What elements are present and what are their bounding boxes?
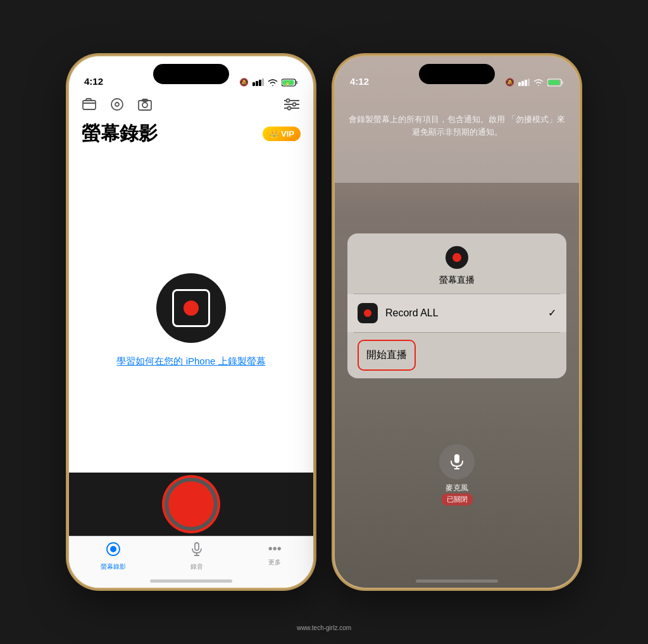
tab-audio[interactable]: 錄音 xyxy=(189,542,204,571)
modal-divider-2 xyxy=(354,332,560,333)
signal-icon-2 xyxy=(518,78,530,86)
wifi-icon-2 xyxy=(533,78,544,86)
big-record-button[interactable] xyxy=(168,481,214,527)
svg-point-19 xyxy=(288,107,291,110)
tab-more-label: 更多 xyxy=(268,558,281,567)
record-bar xyxy=(69,473,313,536)
record-icon-inner xyxy=(172,289,210,327)
home-indicator-1 xyxy=(150,579,232,583)
description-content: 會錄製螢幕上的所有項目，包含通知。啟用 「勿擾模式」來避免顯示非預期的通知。 xyxy=(349,115,565,137)
start-broadcast-button[interactable]: 開始直播 xyxy=(358,340,416,371)
svg-point-21 xyxy=(110,546,116,552)
svg-point-18 xyxy=(293,103,296,106)
status-icons-1: 🔕 ⚡ xyxy=(239,78,298,87)
battery-icon: ⚡ xyxy=(282,78,298,87)
time-1: 4:12 xyxy=(84,76,103,87)
mic-status-badge: 已關閉 xyxy=(442,493,473,505)
mic-label: 麥克風 xyxy=(442,483,473,493)
wifi-icon xyxy=(268,78,278,86)
app-title: 螢幕錄影 xyxy=(82,121,158,147)
app-title-row: 螢幕錄影 👑 VIP xyxy=(82,121,301,147)
modal-popup: 螢幕直播 Record ALL ✓ 開始直播 xyxy=(347,233,566,378)
svg-rect-30 xyxy=(562,81,564,84)
watermark: www.tech-girlz.com xyxy=(297,624,351,631)
svg-rect-22 xyxy=(195,543,199,550)
mute-icon: 🔕 xyxy=(239,78,249,87)
toolbar-left-icons xyxy=(82,97,153,116)
mic-bottom: 麥克風 已關閉 xyxy=(439,444,475,505)
mute-icon-2: 🔕 xyxy=(505,78,514,87)
tab-more[interactable]: ••• 更多 xyxy=(268,542,282,567)
signal-icon xyxy=(252,78,264,86)
crown-icon: 👑 xyxy=(269,129,279,139)
tab-more-icon: ••• xyxy=(268,542,282,556)
main-content: 學習如何在您的 iPhone 上錄製螢幕 xyxy=(69,154,313,486)
screen-live-dot xyxy=(452,253,461,262)
dynamic-island-2 xyxy=(419,64,495,84)
svg-rect-8 xyxy=(83,101,96,109)
svg-rect-3 xyxy=(262,78,264,86)
description-text: 會錄製螢幕上的所有項目，包含通知。啟用 「勿擾模式」來避免顯示非預期的通知。 xyxy=(347,113,566,138)
dynamic-island-1 xyxy=(153,64,229,84)
phone-2: 4:12 🔕 會錄製螢幕上的所有項目，包含通知。啟用 「勿擾模式」來避免顯 xyxy=(333,55,580,589)
status-icons-2: 🔕 xyxy=(505,78,564,87)
app-header: 螢幕錄影 👑 VIP xyxy=(69,92,313,154)
mic-circle[interactable] xyxy=(439,444,475,480)
svg-point-10 xyxy=(115,102,119,106)
svg-rect-31 xyxy=(549,80,560,85)
tab-audio-label: 錄音 xyxy=(190,562,203,571)
sliders-icon[interactable] xyxy=(283,97,301,116)
svg-rect-2 xyxy=(259,80,261,86)
svg-rect-1 xyxy=(256,81,258,86)
tab-screen-record-icon xyxy=(106,542,121,560)
record-app-icon xyxy=(358,303,378,323)
tab-screen-record[interactable]: 螢幕錄影 xyxy=(101,542,126,571)
settings-circle-icon[interactable] xyxy=(109,97,125,116)
battery-icon-2 xyxy=(547,78,564,87)
svg-rect-25 xyxy=(518,82,521,86)
svg-rect-27 xyxy=(525,80,527,86)
record-option-row[interactable]: Record ALL ✓ xyxy=(347,294,566,332)
svg-point-12 xyxy=(142,102,147,108)
svg-rect-0 xyxy=(252,82,255,86)
vip-badge[interactable]: 👑 VIP xyxy=(263,127,301,141)
svg-rect-32 xyxy=(454,454,459,463)
folder-icon[interactable] xyxy=(82,97,97,116)
svg-point-9 xyxy=(111,99,123,110)
app-toolbar xyxy=(82,97,301,116)
tab-screen-record-label: 螢幕錄影 xyxy=(101,562,126,571)
learn-link[interactable]: 學習如何在您的 iPhone 上錄製螢幕 xyxy=(104,356,278,368)
svg-rect-26 xyxy=(521,81,524,86)
svg-rect-5 xyxy=(296,81,298,84)
mic-info: 麥克風 已關閉 xyxy=(442,483,473,505)
phone-1: 4:12 🔕 ⚡ xyxy=(68,55,315,589)
svg-text:⚡: ⚡ xyxy=(285,81,290,87)
watermark-text: www.tech-girlz.com xyxy=(297,624,351,631)
tab-audio-icon xyxy=(189,542,204,560)
screen-live-icon xyxy=(446,246,468,269)
check-mark: ✓ xyxy=(548,307,556,319)
svg-rect-28 xyxy=(528,78,530,86)
record-dot xyxy=(184,300,199,316)
time-2: 4:12 xyxy=(350,76,369,87)
camera-icon[interactable] xyxy=(137,97,153,116)
modal-section-title: 螢幕直播 xyxy=(347,233,566,294)
screen-live-label: 螢幕直播 xyxy=(439,275,475,285)
record-app-dot xyxy=(364,309,371,317)
record-icon-large xyxy=(156,273,226,343)
home-indicator-2 xyxy=(416,579,498,583)
record-option-label: Record ALL xyxy=(385,307,540,319)
vip-label: VIP xyxy=(281,129,294,139)
svg-point-17 xyxy=(287,99,290,102)
